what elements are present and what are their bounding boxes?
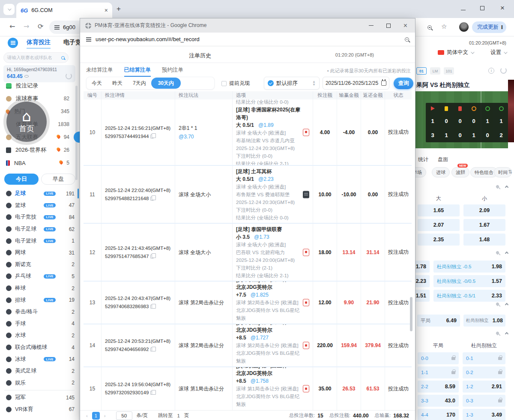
popup-url-bar[interactable]: user-pc-new.youbaokun.com/#/bet_record — [80, 33, 415, 46]
copy-icon[interactable] — [150, 255, 154, 258]
popup-zoom-icon[interactable] — [405, 37, 409, 42]
browser-menu-icon[interactable]: ••• — [501, 25, 503, 29]
site-settings-icon[interactable] — [54, 25, 60, 30]
pin-icon[interactable] — [496, 185, 500, 189]
zoom-out-icon[interactable] — [427, 24, 432, 31]
home-button[interactable]: ⌂ 首页 — [6, 102, 47, 142]
search-input[interactable]: 请输入联赛名或球队名 — [3, 52, 69, 63]
odds-handicap-away[interactable]: 杜尚别独立 -0/0.51.57 — [433, 275, 505, 287]
pill-进球[interactable]: 进球 — [432, 167, 450, 177]
sidebar-sport-电子篮球[interactable]: 电子篮球LIVE1 — [0, 235, 79, 247]
1x2-draw[interactable]: 平局6.49 — [417, 315, 460, 327]
collapse-icon[interactable] — [505, 332, 508, 336]
filter-7天内[interactable]: 7天内 — [128, 80, 151, 87]
live-match-icon[interactable] — [303, 342, 309, 349]
live-match-icon[interactable] — [303, 299, 309, 306]
refresh-balance-icon[interactable] — [66, 73, 72, 79]
popup-titlebar[interactable]: PM体育-亚洲在线体育竞猜投注 - Google Chrome × — [80, 18, 415, 33]
popup-scrollbar[interactable] — [410, 297, 412, 331]
tab-stats[interactable]: 统计 — [418, 156, 428, 163]
profile-avatar[interactable] — [459, 22, 469, 32]
live-match-icon[interactable] — [303, 385, 309, 393]
tab-unsettled[interactable]: 未结算注单 — [86, 66, 113, 77]
pill-波胆[interactable]: 波胆 — [451, 167, 469, 177]
per-page-input[interactable]: 50 — [116, 411, 132, 420]
correct-score-cell[interactable]: 3-343.0 — [418, 395, 459, 407]
collapse-icon[interactable] — [505, 186, 508, 189]
correct-score-cell[interactable]: 1-1 — [418, 366, 459, 378]
tab-search-button[interactable] — [3, 4, 15, 15]
window-close-button[interactable]: × — [500, 4, 505, 12]
tab-stream[interactable]: LM — [430, 67, 440, 75]
live-match-icon[interactable] — [303, 129, 309, 136]
sort-dropdown[interactable]: 默认排序 ▲▼ — [264, 77, 320, 90]
odds-handicap-away[interactable]: 杜尚别独立 -0.51.98 — [433, 261, 505, 273]
odds-over[interactable]: 1.65 — [418, 204, 460, 216]
date-range-picker[interactable]: 2025/11/26-2025/12/25 — [323, 77, 389, 90]
sidebar-sport-斯诺克[interactable]: 斯诺克2 — [0, 259, 79, 271]
1x2-away[interactable]: 杜尚别独立1.08 — [463, 315, 505, 327]
sidebar-sport-足球[interactable]: 足球LIVE191 — [0, 188, 79, 200]
sidebar-sport-拳击/格斗[interactable]: 拳击/格斗2 — [0, 306, 79, 318]
settings-selector[interactable]: 设置 — [490, 49, 506, 56]
odds-over[interactable]: 2.07 — [418, 219, 460, 231]
sidebar-sport-娱乐[interactable]: 娱乐2 — [0, 377, 79, 389]
copy-icon[interactable] — [150, 135, 154, 138]
info-icon[interactable]: i — [488, 68, 494, 74]
correct-score-cell[interactable]: 1-22.91 — [463, 381, 505, 393]
browser-tab[interactable]: 6G 6G.COM × — [16, 3, 112, 18]
correct-score-cell[interactable]: 4-4170 — [418, 409, 459, 420]
cashout-checkbox[interactable]: 提前兑现 — [221, 80, 250, 87]
sidebar-sport-排球[interactable]: 排球LIVE19 — [0, 294, 79, 306]
sidebar-sport-棒球[interactable]: 棒球2 — [0, 282, 79, 294]
pin-icon[interactable] — [496, 331, 500, 336]
odds-over[interactable]: 2.35 — [418, 234, 460, 246]
sidebar-item-投注记录[interactable]: 投注记录 — [0, 79, 75, 92]
popup-close-button[interactable]: × — [403, 22, 407, 30]
correct-score-cell[interactable]: 0-0 — [418, 352, 459, 364]
tab-close-icon[interactable]: × — [105, 7, 108, 14]
new-tab-button[interactable]: + — [117, 5, 121, 13]
window-minimize-button[interactable] — [461, 5, 466, 12]
pin-icon[interactable] — [496, 302, 500, 306]
sidebar-sport-手球[interactable]: 手球4 — [0, 318, 79, 330]
collapse-icon[interactable] — [505, 303, 508, 306]
popup-maximize-button[interactable] — [386, 24, 391, 28]
correct-score-cell[interactable]: 2-28.59 — [418, 381, 459, 393]
nav-sports-betting[interactable]: 体育投注 — [27, 39, 51, 49]
stats-match-icon[interactable] — [303, 191, 309, 198]
filter-今天[interactable]: 今天 — [87, 80, 107, 87]
odds-under[interactable]: 1.67 — [463, 219, 505, 231]
sidebar-sport-冠军[interactable]: 冠军145 — [0, 392, 79, 404]
filter-昨天[interactable]: 昨天 — [107, 80, 128, 87]
copy-icon[interactable] — [150, 391, 154, 395]
odds-under[interactable]: 1.48 — [463, 234, 505, 246]
reload-icon[interactable]: ⟳ — [38, 22, 43, 30]
collapse-icon[interactable] — [505, 252, 508, 255]
language-selector[interactable]: 简体中文 — [438, 49, 473, 56]
bookmark-star-icon[interactable]: ☆ — [441, 23, 447, 30]
odds-under[interactable]: 2.09 — [463, 204, 505, 216]
tab-settled[interactable]: 已结算注单 — [124, 66, 151, 77]
tab-markets[interactable]: 盘面 — [438, 156, 448, 163]
correct-score-cell[interactable]: 0-3 — [463, 395, 505, 407]
copy-icon[interactable] — [150, 305, 154, 309]
search-button[interactable]: 查询 — [394, 78, 413, 89]
sidebar-sport-乒乓球[interactable]: 乒乓球LIVE5 — [0, 270, 79, 282]
popup-site-settings-icon[interactable] — [86, 37, 91, 42]
page-number-button[interactable]: 1 — [92, 412, 100, 420]
window-maximize-button[interactable] — [480, 5, 484, 12]
sidebar-sport-电子足球[interactable]: 电子足球LIVE62 — [0, 223, 79, 235]
forward-icon[interactable]: → — [24, 22, 29, 30]
sidebar-sport-VR体育[interactable]: VR体育67 — [0, 404, 79, 416]
checkbox-icon[interactable] — [221, 81, 227, 86]
filter-30天内[interactable]: 30天内 — [151, 78, 181, 89]
sidebar-sport-联合式橄榄球[interactable]: 联合式橄榄球4 — [0, 342, 79, 354]
copy-icon[interactable] — [150, 197, 154, 201]
widget-refresh-icon[interactable] — [500, 67, 507, 74]
sidebar-sport-美式足球[interactable]: 美式足球2 — [0, 365, 79, 377]
next-page-button[interactable]: › — [104, 413, 106, 418]
popup-minimize-button[interactable] — [369, 25, 374, 26]
prev-page-button[interactable]: ‹ — [86, 413, 88, 418]
sidebar-sport-电子竞技[interactable]: 电子竞技LIVE84 — [0, 211, 79, 223]
